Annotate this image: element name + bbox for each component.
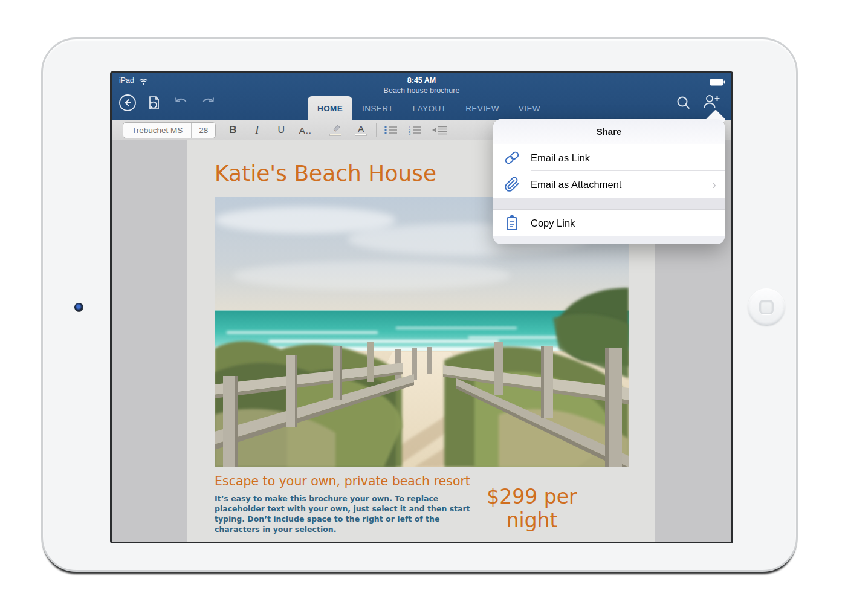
doc-heading: Katie's Beach House xyxy=(215,161,436,186)
more-formatting-button[interactable]: A.. xyxy=(293,122,317,138)
font-name-value[interactable]: Trebuchet MS xyxy=(123,123,191,138)
menu-item-email-as-attachment[interactable]: Email as Attachment › xyxy=(493,171,725,198)
font-picker[interactable]: Trebuchet MS 28 xyxy=(123,122,216,138)
doc-subheading: Escape to your own, private beach resort xyxy=(215,474,470,488)
menu-item-label: Email as Attachment xyxy=(531,179,621,190)
navbar: iPad 8:45 AM Beach house brochure xyxy=(112,73,731,120)
highlighter-button[interactable] xyxy=(323,122,348,138)
doc-body-text: It’s easy to make this brochure your own… xyxy=(215,493,471,535)
search-icon[interactable] xyxy=(674,93,693,112)
numbered-list-button[interactable]: 123 xyxy=(403,122,427,138)
save-export-icon[interactable] xyxy=(143,93,163,112)
highlighter-icon xyxy=(329,124,341,133)
chevron-right-icon: › xyxy=(712,178,716,192)
screen: iPad 8:45 AM Beach house brochure xyxy=(110,71,733,543)
font-color-swatch xyxy=(355,134,367,136)
underline-button[interactable]: U xyxy=(269,122,293,138)
ribbon-tabs: HOME INSERT LAYOUT REVIEW VIEW xyxy=(308,95,550,120)
toolbar-divider xyxy=(320,123,320,137)
doc-price: $299 per night xyxy=(459,485,604,532)
italic-button[interactable]: I xyxy=(245,122,269,138)
back-button[interactable] xyxy=(118,93,137,112)
undo-button[interactable] xyxy=(171,93,190,112)
front-camera xyxy=(74,303,83,312)
clock: 8:45 AM xyxy=(112,76,731,85)
menu-item-label: Copy Link xyxy=(531,218,575,229)
link-icon xyxy=(493,150,531,166)
ipad-device: iPad 8:45 AM Beach house brochure xyxy=(41,37,798,572)
bold-button[interactable]: B xyxy=(221,122,245,138)
font-color-button[interactable]: A xyxy=(348,122,374,138)
tab-view[interactable]: VIEW xyxy=(509,96,550,120)
tab-home[interactable]: HOME xyxy=(308,96,352,120)
clipboard-icon xyxy=(493,215,531,232)
tab-review[interactable]: REVIEW xyxy=(456,96,509,120)
menu-item-label: Email as Link xyxy=(531,152,590,164)
bullet-list-button[interactable] xyxy=(379,122,403,138)
svg-text:3: 3 xyxy=(409,132,410,135)
decrease-indent-button[interactable] xyxy=(427,122,452,138)
home-button[interactable] xyxy=(748,288,785,326)
tab-insert[interactable]: INSERT xyxy=(352,96,403,120)
font-size-value[interactable]: 28 xyxy=(191,123,215,138)
tab-layout[interactable]: LAYOUT xyxy=(403,96,456,120)
redo-button[interactable] xyxy=(199,93,218,112)
popover-group-spacer xyxy=(493,198,725,210)
share-popover: Share Email as Link Email as Attachment … xyxy=(493,119,725,244)
menu-item-email-as-link[interactable]: Email as Link xyxy=(493,144,725,171)
home-button-square-icon xyxy=(759,300,774,314)
font-color-letter: A xyxy=(358,125,364,133)
paperclip-icon xyxy=(493,177,531,192)
toolbar-divider xyxy=(376,123,377,137)
share-add-person-icon[interactable] xyxy=(702,92,721,111)
highlight-color-swatch xyxy=(329,134,341,136)
battery-icon xyxy=(710,77,725,88)
menu-item-copy-link[interactable]: Copy Link xyxy=(493,210,725,236)
share-popover-title: Share xyxy=(493,119,725,144)
popover-footer xyxy=(493,236,725,244)
